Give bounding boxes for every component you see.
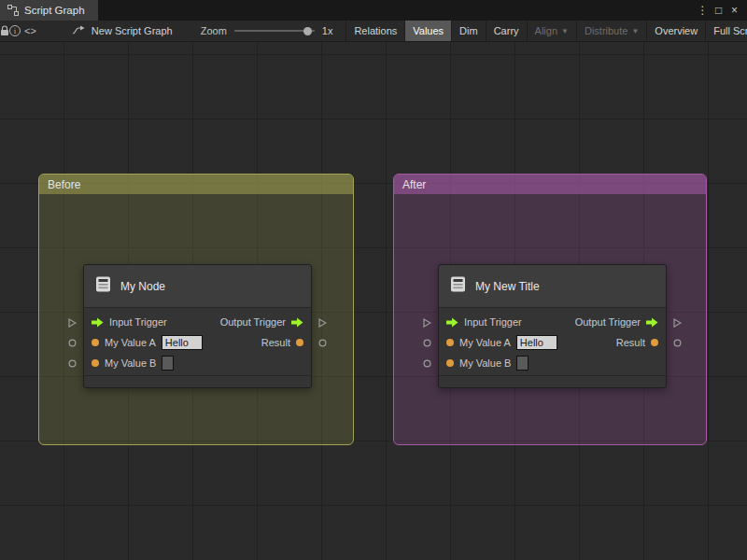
result-port-icon[interactable] <box>296 339 303 346</box>
carry-button[interactable]: Carry <box>486 21 527 41</box>
node-body: Input Trigger Output Trigger My Valu <box>84 308 311 375</box>
distribute-button[interactable]: Distribute ▼ <box>576 21 646 41</box>
tab-title: Script Graph <box>24 5 85 16</box>
ext-value-b-port[interactable] <box>68 359 77 368</box>
port-label: My Value A <box>459 337 511 348</box>
window-controls: ⋮ □ × <box>695 0 747 21</box>
group-after-header[interactable]: After <box>394 175 706 194</box>
menu-icon[interactable]: ⋮ <box>695 0 711 21</box>
node-my-node[interactable]: My Node Input Trigger Output Trigger <box>83 264 312 388</box>
info-icon[interactable]: i <box>9 21 21 41</box>
script-graph-tab-icon <box>7 5 19 16</box>
graph-breadcrumb[interactable]: New Script Graph <box>72 25 173 37</box>
value-a-port-icon[interactable] <box>446 339 454 346</box>
graph-asset-icon <box>72 25 85 37</box>
input-trigger-port-icon[interactable] <box>446 317 458 328</box>
port-label: Result <box>616 337 645 348</box>
tab-bar: Script Graph ⋮ □ × <box>0 0 747 21</box>
values-button[interactable]: Values <box>404 21 451 41</box>
ext-result-port[interactable] <box>673 339 682 347</box>
port-row: Input Trigger Output Trigger <box>84 312 311 332</box>
port-row: My Value B <box>439 353 666 373</box>
lock-icon[interactable] <box>0 21 9 41</box>
value-a-input[interactable] <box>162 335 203 350</box>
graph-canvas[interactable]: Before My Node <box>0 42 747 560</box>
port-label: Input Trigger <box>109 316 167 328</box>
graph-name-label: New Script Graph <box>92 25 173 36</box>
group-before-label: Before <box>48 178 80 191</box>
group-before[interactable]: Before My Node <box>38 174 354 445</box>
port-row: My Value A Result <box>84 332 311 353</box>
ext-result-port[interactable] <box>318 339 327 347</box>
output-trigger-port-icon[interactable] <box>291 317 303 328</box>
value-b-input[interactable] <box>162 356 174 371</box>
ext-output-trigger-port[interactable] <box>673 318 682 328</box>
toolbar-buttons: Relations Values Dim Carry Align ▼ Distr… <box>345 21 747 41</box>
tab-script-graph[interactable]: Script Graph <box>0 0 98 21</box>
zoom-slider[interactable] <box>234 21 315 41</box>
port-label: Output Trigger <box>220 316 286 328</box>
group-after-label: After <box>402 178 426 191</box>
node-body: Input Trigger Output Trigger My Valu <box>439 308 666 375</box>
close-icon[interactable]: × <box>726 0 742 21</box>
unit-icon <box>94 275 112 297</box>
chevron-down-icon: ▼ <box>561 27 569 35</box>
ext-output-trigger-port[interactable] <box>318 318 327 328</box>
result-port-icon[interactable] <box>651 339 658 346</box>
node-footer <box>439 375 666 387</box>
zoom-control: Zoom 1x <box>201 21 333 41</box>
value-b-input[interactable] <box>516 356 529 371</box>
toolbar: i <> New Script Graph Zoom 1x Relations <box>0 21 747 42</box>
port-label: Result <box>261 337 290 348</box>
output-trigger-port-icon[interactable] <box>646 317 658 328</box>
value-b-port-icon[interactable] <box>92 359 99 367</box>
maximize-icon[interactable]: □ <box>711 0 726 21</box>
ext-value-a-port[interactable] <box>68 339 77 347</box>
zoom-value: 1x <box>322 25 333 36</box>
port-label: My Value B <box>105 357 156 369</box>
ext-input-trigger-port[interactable] <box>423 318 431 328</box>
ext-value-b-port[interactable] <box>423 359 431 368</box>
port-row: Input Trigger Output Trigger <box>439 312 666 332</box>
zoom-slider-handle[interactable] <box>303 27 312 35</box>
port-row: My Value B <box>84 353 311 373</box>
node-my-new-title[interactable]: My New Title Input Trigger Output Trigge… <box>438 264 667 388</box>
value-a-input[interactable] <box>516 335 557 350</box>
group-after[interactable]: After My New Title <box>393 174 707 445</box>
ext-input-trigger-port[interactable] <box>68 318 77 328</box>
node-header[interactable]: My New Title <box>439 265 666 308</box>
ext-value-a-port[interactable] <box>423 339 431 347</box>
unity-script-graph-window: Script Graph ⋮ □ × i <> <box>0 0 747 560</box>
input-trigger-port-icon[interactable] <box>92 317 104 328</box>
value-b-port-icon[interactable] <box>446 359 454 367</box>
group-before-header[interactable]: Before <box>39 175 353 194</box>
port-row: My Value A Result <box>439 332 666 353</box>
unit-icon <box>449 275 467 297</box>
code-icon[interactable]: <> <box>24 21 36 41</box>
node-footer <box>84 375 311 387</box>
port-label: Input Trigger <box>464 316 522 328</box>
node-header[interactable]: My Node <box>84 265 311 308</box>
port-label: My Value B <box>459 357 511 369</box>
value-a-port-icon[interactable] <box>92 339 99 346</box>
overview-button[interactable]: Overview <box>646 21 705 41</box>
zoom-slider-track <box>234 30 315 32</box>
port-label: Output Trigger <box>575 316 641 328</box>
node-title: My Node <box>120 280 165 293</box>
zoom-label: Zoom <box>201 25 227 36</box>
relations-button[interactable]: Relations <box>345 21 404 41</box>
node-title: My New Title <box>475 280 540 293</box>
dim-button[interactable]: Dim <box>451 21 486 41</box>
align-button[interactable]: Align ▼ <box>527 21 576 41</box>
chevron-down-icon: ▼ <box>631 27 639 35</box>
port-label: My Value A <box>105 337 156 348</box>
fullscreen-button[interactable]: Full Scr <box>705 21 747 41</box>
